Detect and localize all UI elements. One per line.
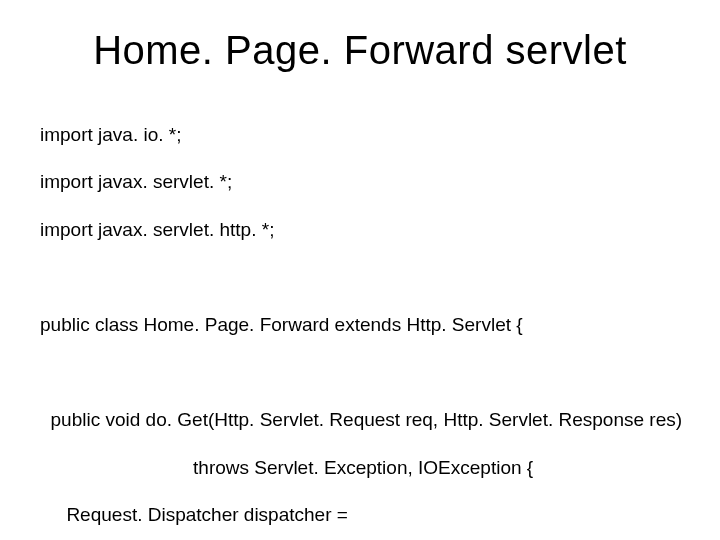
blank-line bbox=[40, 361, 680, 385]
code-line: Request. Dispatcher dispatcher = bbox=[40, 503, 680, 527]
slide-title: Home. Page. Forward servlet bbox=[40, 28, 680, 73]
slide: Home. Page. Forward servlet import java.… bbox=[0, 0, 720, 540]
code-block: import java. io. *; import javax. servle… bbox=[40, 99, 680, 540]
code-line: public void do. Get(Http. Servlet. Reque… bbox=[40, 408, 680, 432]
code-line: import java. io. *; bbox=[40, 123, 680, 147]
blank-line bbox=[40, 265, 680, 289]
code-line: import javax. servlet. *; bbox=[40, 170, 680, 194]
code-line: public class Home. Page. Forward extends… bbox=[40, 313, 680, 337]
code-line: throws Servlet. Exception, IOException { bbox=[40, 456, 680, 480]
code-line: import javax. servlet. http. *; bbox=[40, 218, 680, 242]
